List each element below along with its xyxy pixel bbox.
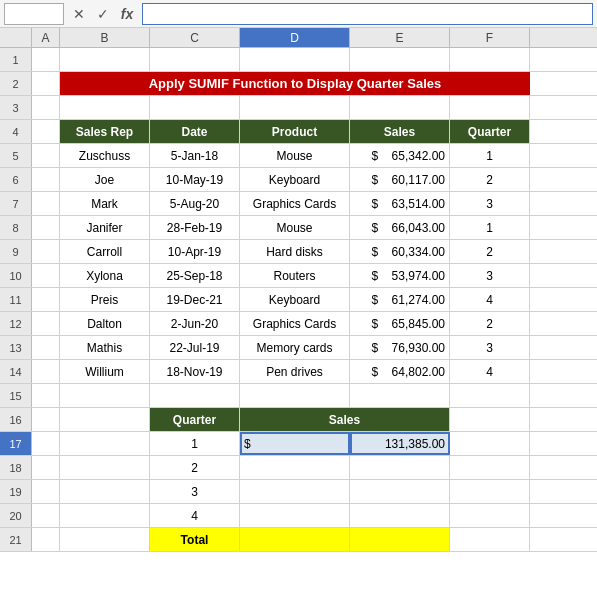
cell-e11[interactable]: $ 61,274.00: [350, 288, 450, 311]
total-val2[interactable]: [350, 528, 450, 551]
cell-a17[interactable]: [32, 432, 60, 455]
row-num-13[interactable]: 13: [0, 336, 32, 359]
cell-f19[interactable]: [450, 480, 530, 503]
cell-f18[interactable]: [450, 456, 530, 479]
cell-b21[interactable]: [60, 528, 150, 551]
confirm-icon[interactable]: ✓: [92, 3, 114, 25]
cell-b20[interactable]: [60, 504, 150, 527]
cell-b19[interactable]: [60, 480, 150, 503]
cell-d14[interactable]: Pen drives: [240, 360, 350, 383]
row-num-16[interactable]: 16: [0, 408, 32, 431]
total-val1[interactable]: [240, 528, 350, 551]
cell-c9[interactable]: 10-Apr-19: [150, 240, 240, 263]
cell-f15[interactable]: [450, 384, 530, 407]
cell-d7[interactable]: Graphics Cards: [240, 192, 350, 215]
row-num-3[interactable]: 3: [0, 96, 32, 119]
cell-a7[interactable]: [32, 192, 60, 215]
cell-c12[interactable]: 2-Jun-20: [150, 312, 240, 335]
cell-a10[interactable]: [32, 264, 60, 287]
col-header-a[interactable]: A: [32, 28, 60, 47]
row-num-19[interactable]: 19: [0, 480, 32, 503]
cell-b9[interactable]: Carroll: [60, 240, 150, 263]
cell-d5[interactable]: Mouse: [240, 144, 350, 167]
summary-q3-val2[interactable]: [350, 480, 450, 503]
col-header-e[interactable]: E: [350, 28, 450, 47]
cell-a3[interactable]: [32, 96, 60, 119]
cell-d13[interactable]: Memory cards: [240, 336, 350, 359]
cell-b13[interactable]: Mathis: [60, 336, 150, 359]
cell-b6[interactable]: Joe: [60, 168, 150, 191]
cell-f6[interactable]: 2: [450, 168, 530, 191]
cell-f1[interactable]: [450, 48, 530, 71]
cell-e7[interactable]: $ 63,514.00: [350, 192, 450, 215]
cell-a9[interactable]: [32, 240, 60, 263]
cell-c10[interactable]: 25-Sep-18: [150, 264, 240, 287]
summary-q2-val2[interactable]: [350, 456, 450, 479]
cell-f3[interactable]: [450, 96, 530, 119]
cell-a12[interactable]: [32, 312, 60, 335]
cell-d6[interactable]: Keyboard: [240, 168, 350, 191]
title-cell[interactable]: Apply SUMIF Function to Display Quarter …: [60, 72, 530, 95]
cell-f17[interactable]: [450, 432, 530, 455]
cell-b15[interactable]: [60, 384, 150, 407]
cell-a15[interactable]: [32, 384, 60, 407]
cell-f7[interactable]: 3: [450, 192, 530, 215]
cell-a2[interactable]: [32, 72, 60, 95]
cell-a4[interactable]: [32, 120, 60, 143]
cell-f5[interactable]: 1: [450, 144, 530, 167]
cell-e10[interactable]: $ 53,974.00: [350, 264, 450, 287]
cell-a1[interactable]: [32, 48, 60, 71]
cell-b16[interactable]: [60, 408, 150, 431]
row-num-9[interactable]: 9: [0, 240, 32, 263]
cell-a16[interactable]: [32, 408, 60, 431]
cell-d11[interactable]: Keyboard: [240, 288, 350, 311]
row-num-11[interactable]: 11: [0, 288, 32, 311]
summary-q1-dollar[interactable]: $: [240, 432, 350, 455]
row-num-1[interactable]: 1: [0, 48, 32, 71]
row-num-7[interactable]: 7: [0, 192, 32, 215]
summary-sales-header[interactable]: Sales: [240, 408, 450, 431]
row-num-21[interactable]: 21: [0, 528, 32, 551]
cell-b3[interactable]: [60, 96, 150, 119]
summary-q4-val2[interactable]: [350, 504, 450, 527]
cell-f10[interactable]: 3: [450, 264, 530, 287]
cell-e12[interactable]: $ 65,845.00: [350, 312, 450, 335]
summary-q4[interactable]: 4: [150, 504, 240, 527]
cell-f16[interactable]: [450, 408, 530, 431]
cell-d12[interactable]: Graphics Cards: [240, 312, 350, 335]
cell-c1[interactable]: [150, 48, 240, 71]
cell-b5[interactable]: Zuschuss: [60, 144, 150, 167]
col-header-b[interactable]: B: [60, 28, 150, 47]
cell-e3[interactable]: [350, 96, 450, 119]
cell-f21[interactable]: [450, 528, 530, 551]
cell-d8[interactable]: Mouse: [240, 216, 350, 239]
cell-f14[interactable]: 4: [450, 360, 530, 383]
row-num-6[interactable]: 6: [0, 168, 32, 191]
header-date[interactable]: Date: [150, 120, 240, 143]
row-num-12[interactable]: 12: [0, 312, 32, 335]
cell-e6[interactable]: $ 60,117.00: [350, 168, 450, 191]
row-num-4[interactable]: 4: [0, 120, 32, 143]
cell-b10[interactable]: Xylona: [60, 264, 150, 287]
cell-a20[interactable]: [32, 504, 60, 527]
col-header-d[interactable]: D: [240, 28, 350, 47]
cell-b17[interactable]: [60, 432, 150, 455]
cell-b18[interactable]: [60, 456, 150, 479]
cell-a14[interactable]: [32, 360, 60, 383]
col-header-c[interactable]: C: [150, 28, 240, 47]
cell-d10[interactable]: Routers: [240, 264, 350, 287]
row-num-5[interactable]: 5: [0, 144, 32, 167]
header-sales[interactable]: Sales: [350, 120, 450, 143]
cell-c6[interactable]: 10-May-19: [150, 168, 240, 191]
cell-b1[interactable]: [60, 48, 150, 71]
cell-a8[interactable]: [32, 216, 60, 239]
cell-a19[interactable]: [32, 480, 60, 503]
row-num-15[interactable]: 15: [0, 384, 32, 407]
col-header-f[interactable]: F: [450, 28, 530, 47]
cell-c7[interactable]: 5-Aug-20: [150, 192, 240, 215]
header-salesrep[interactable]: Sales Rep: [60, 120, 150, 143]
header-product[interactable]: Product: [240, 120, 350, 143]
cell-e1[interactable]: [350, 48, 450, 71]
summary-q3[interactable]: 3: [150, 480, 240, 503]
summary-q2[interactable]: 2: [150, 456, 240, 479]
